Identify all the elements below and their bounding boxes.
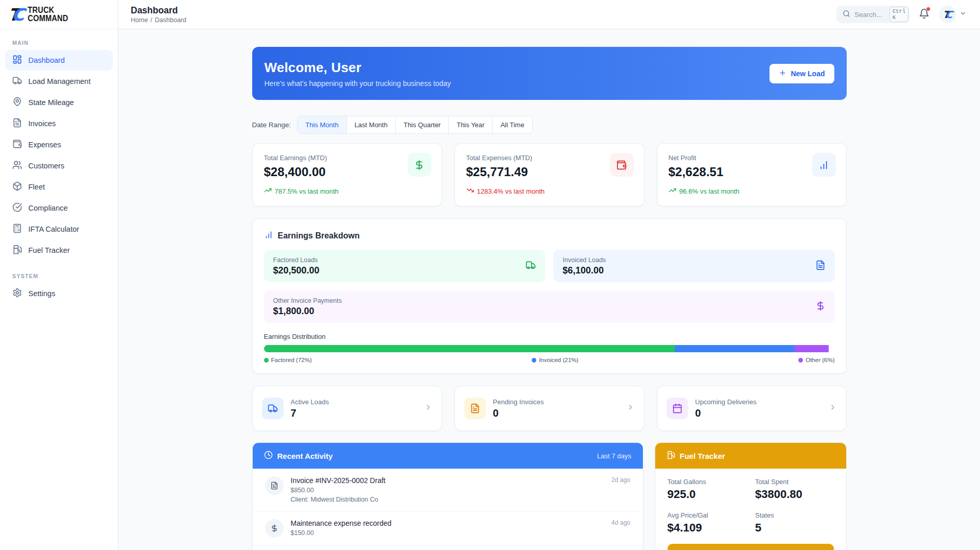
sidebar-item-fleet[interactable]: Fleet (5, 177, 113, 197)
calculator-icon (12, 224, 22, 235)
date-range-row: Date Range: This Month Last Month This Q… (252, 116, 847, 134)
recent-activity-header: Recent Activity Last 7 days (253, 443, 643, 469)
active-loads-card[interactable]: Active Loads 7 (252, 386, 442, 431)
date-range-all-time[interactable]: All Time (493, 116, 532, 133)
package-icon (12, 181, 22, 193)
list-item[interactable]: Maintenance expense recorded $150.00 4d … (253, 511, 643, 545)
sidebar-item-compliance[interactable]: Compliance (5, 198, 113, 218)
net-profit-card: Net Profit $2,628.51 96.6% vs last month (657, 143, 847, 207)
legend-other: Other (6%) (798, 357, 834, 363)
date-range-this-quarter[interactable]: This Quarter (396, 116, 449, 133)
sidebar-item-ifta-calculator[interactable]: IFTA Calculator (5, 219, 113, 239)
breadcrumb-current: Dashboard (155, 16, 186, 24)
welcome-banner: Welcome, User Here's what's happening wi… (252, 47, 847, 100)
map-pin-icon (12, 97, 22, 108)
stat-label: Total Expenses (MTD) (466, 154, 633, 162)
quick-stat-value: 0 (695, 407, 757, 419)
sidebar-item-expenses[interactable]: Expenses (5, 134, 113, 155)
sidebar-item-customers[interactable]: Customers (5, 156, 113, 176)
file-icon (815, 260, 826, 272)
notification-dot (926, 7, 931, 11)
wallet-icon (12, 139, 22, 150)
upcoming-deliveries-card[interactable]: Upcoming Deliveries 0 (657, 386, 847, 431)
list-item[interactable]: Tolls expense recorded 4d ago (253, 545, 643, 550)
total-earnings-card: Total Earnings (MTD) $28,400.00 787.5% v… (252, 143, 442, 207)
truck-command-logo-icon: TC (7, 6, 24, 23)
sidebar-item-label: Load Management (28, 77, 91, 85)
breadcrumb-home[interactable]: Home (131, 16, 148, 24)
main-content[interactable]: Welcome, User Here's what's happening wi… (118, 29, 980, 550)
sidebar-item-label: Customers (28, 162, 64, 170)
stat-trend: 787.5% vs last month (264, 186, 430, 196)
add-fuel-purchase-button[interactable]: Add Fuel Purchase (668, 544, 834, 550)
breakdown-value: $6,100.00 (563, 265, 606, 276)
date-range-label: Date Range: (252, 121, 291, 129)
quick-stat-value: 0 (493, 407, 544, 419)
sidebar-item-settings[interactable]: Settings (5, 283, 113, 304)
date-range-this-month[interactable]: This Month (297, 116, 346, 133)
dollar-icon (815, 301, 826, 313)
avatar-logo-icon: TC (942, 10, 953, 20)
breakdown-label: Factored Loads (273, 256, 320, 264)
activity-period: Last 7 days (597, 452, 632, 460)
dollar-icon (265, 519, 284, 538)
sidebar-item-invoices[interactable]: Invoices (5, 113, 113, 134)
fuel-stat-label: Total Gallons (668, 478, 746, 486)
quick-stat-value: 7 (291, 407, 329, 419)
factored-loads-box: Factored Loads $20,500.00 (264, 250, 546, 282)
quick-stat-label: Pending Invoices (493, 398, 544, 406)
stat-label: Total Earnings (MTD) (264, 154, 430, 162)
fuel-stat-label: Total Spent (755, 478, 834, 486)
pending-invoices-card[interactable]: Pending Invoices 0 (454, 386, 644, 431)
bar-chart-icon (264, 230, 273, 242)
dashboard-icon (12, 55, 22, 66)
kpi-cards-row: Total Earnings (MTD) $28,400.00 787.5% v… (252, 143, 847, 207)
users-icon (12, 160, 22, 171)
legend-dot-blue (532, 358, 536, 363)
user-menu[interactable]: TC (939, 6, 967, 23)
quick-stats-row: Active Loads 7 Pending Invoices 0 (252, 386, 847, 431)
welcome-title: Welcome, User (265, 60, 451, 76)
top-bar: Dashboard Home / Dashboard Ctrl K (118, 0, 980, 29)
dollar-icon (408, 153, 431, 177)
date-range-segmented-control: This Month Last Month This Quarter This … (297, 116, 532, 134)
date-range-this-year[interactable]: This Year (449, 116, 493, 133)
brand-name: TRUCK COMMAND (28, 6, 68, 23)
activity-title: Maintenance expense recorded (291, 519, 392, 527)
sidebar-item-load-management[interactable]: Load Management (5, 71, 113, 92)
activity-detail: Client: Midwest Distribution Co (291, 496, 386, 503)
sidebar-item-label: IFTA Calculator (28, 225, 79, 233)
chevron-right-icon (626, 403, 635, 414)
search-icon (843, 10, 850, 20)
distribution-segment-factored (264, 345, 675, 352)
sidebar: TC TRUCK COMMAND MAIN Dashboard Load Man… (0, 0, 118, 550)
quick-stat-label: Active Loads (291, 398, 329, 406)
trending-down-icon (466, 186, 474, 196)
stat-value: $2,628.51 (669, 165, 835, 179)
search-input[interactable] (854, 11, 885, 19)
stat-trend: 1283.4% vs last month (466, 186, 633, 196)
earnings-distribution-label: Earnings Distribution (264, 333, 835, 340)
sidebar-item-dashboard[interactable]: Dashboard (5, 50, 113, 71)
sidebar-item-state-mileage[interactable]: State Mileage (5, 92, 113, 113)
chevron-right-icon (424, 403, 432, 414)
notifications-button[interactable] (919, 8, 930, 21)
plus-icon (779, 69, 786, 78)
breakdown-value: $1,800.00 (273, 306, 342, 317)
page-title: Dashboard (131, 5, 186, 15)
brand-logo[interactable]: TC TRUCK COMMAND (0, 0, 118, 29)
nav-section-main: MAIN (5, 35, 113, 50)
fuel-stat-value: 5 (755, 521, 834, 535)
fuel-stat-value: $4.109 (668, 521, 746, 535)
fuel-stat-total-gallons: Total Gallons 925.0 (668, 478, 746, 501)
recent-activity-card: Recent Activity Last 7 days Invoice #INV… (252, 442, 643, 550)
sidebar-item-fuel-tracker[interactable]: Fuel Tracker (5, 240, 113, 261)
date-range-last-month[interactable]: Last Month (347, 116, 396, 133)
earnings-breakdown-card: Earnings Breakdown Factored Loads $20,50… (252, 218, 847, 374)
search-box[interactable]: Ctrl K (836, 6, 909, 23)
total-expenses-card: Total Expenses (MTD) $25,771.49 1283.4% … (454, 143, 644, 207)
new-load-button[interactable]: New Load (769, 64, 834, 83)
file-icon (12, 118, 22, 129)
list-item[interactable]: Invoice #INV-2025-0002 Draft $850.00 Cli… (253, 469, 643, 511)
sidebar-item-label: Fuel Tracker (28, 246, 70, 254)
